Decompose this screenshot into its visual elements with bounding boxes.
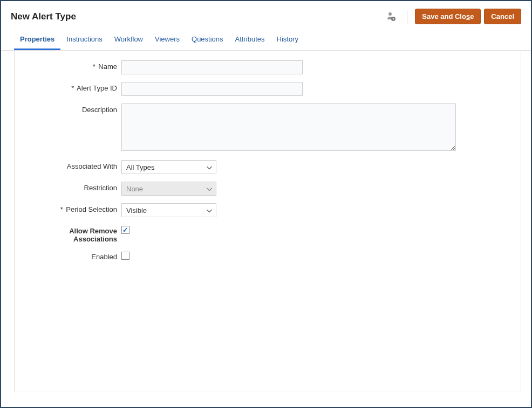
alert-type-id-input[interactable] (121, 82, 303, 96)
row-restriction: Restriction None (25, 182, 510, 196)
tab-properties[interactable]: Properties (14, 30, 60, 50)
label-allow-remove: Allow Remove Associations (25, 225, 121, 243)
row-enabled: Enabled (25, 251, 510, 261)
divider (407, 10, 407, 24)
associated-with-value: All Types (126, 163, 155, 171)
allow-remove-checkbox[interactable] (121, 226, 129, 234)
tab-questions[interactable]: Questions (186, 30, 229, 50)
row-alert-type-id: * Alert Type ID (25, 82, 510, 96)
tab-instructions[interactable]: Instructions (60, 30, 108, 50)
tab-viewers[interactable]: Viewers (149, 30, 186, 50)
row-name: * Name (25, 60, 510, 74)
enabled-checkbox[interactable] (121, 252, 129, 260)
associated-with-select[interactable]: All Types (121, 160, 216, 174)
dialog-header: New Alert Type ? Save and Close Cancel (1, 1, 531, 30)
cancel-button[interactable]: Cancel (484, 9, 521, 24)
name-input[interactable] (121, 60, 303, 74)
properties-panel: * Name * Alert Type ID Description Assoc… (14, 51, 521, 391)
label-period-selection: * Period Selection (25, 203, 121, 213)
label-description: Description (25, 103, 121, 114)
label-restriction: Restriction (25, 182, 121, 192)
row-period-selection: * Period Selection Visible (25, 203, 510, 217)
user-help-icon[interactable]: ? (386, 12, 396, 22)
restriction-value: None (126, 185, 143, 193)
label-associated-with: Associated With (25, 160, 121, 170)
svg-point-0 (388, 12, 392, 16)
restriction-select: None (121, 182, 216, 196)
label-alert-type-id: * Alert Type ID (25, 82, 121, 92)
label-enabled: Enabled (25, 251, 121, 261)
header-actions: ? Save and Close Cancel (386, 9, 521, 24)
svg-text:?: ? (392, 17, 394, 20)
label-name: * Name (25, 60, 121, 71)
row-allow-remove: Allow Remove Associations (25, 225, 510, 243)
row-description: Description (25, 103, 510, 153)
row-associated-with: Associated With All Types (25, 160, 510, 174)
period-selection-value: Visible (126, 206, 147, 215)
description-input[interactable] (121, 103, 456, 151)
tab-workflow[interactable]: Workflow (108, 30, 149, 50)
period-selection-select[interactable]: Visible (121, 203, 216, 217)
page-title: New Alert Type (11, 11, 76, 22)
tab-attributes[interactable]: Attributes (229, 30, 271, 50)
save-and-close-button[interactable]: Save and Close (415, 9, 481, 24)
tab-history[interactable]: History (271, 30, 304, 50)
tabs: Properties Instructions Workflow Viewers… (1, 30, 531, 51)
